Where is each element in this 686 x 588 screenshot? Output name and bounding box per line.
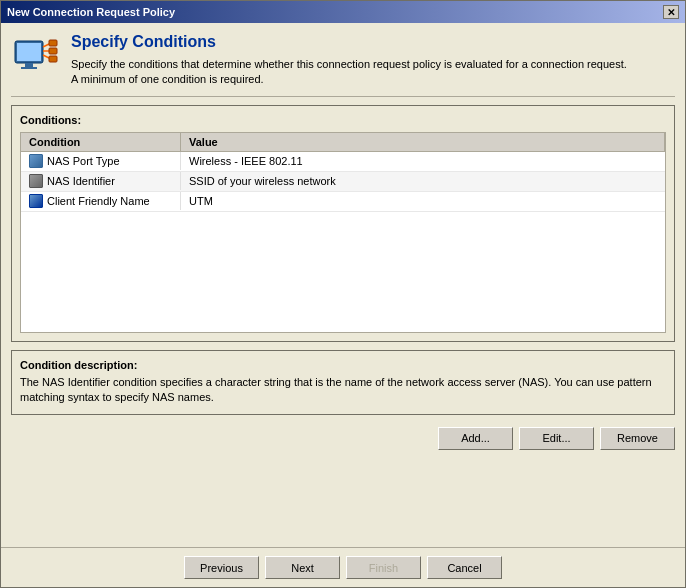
header-description: Specify the conditions that determine wh… — [71, 57, 627, 88]
header-text: Specify Conditions Specify the condition… — [71, 33, 627, 88]
svg-rect-1 — [17, 43, 41, 61]
remove-button[interactable]: Remove — [600, 427, 675, 450]
column-value: Value — [181, 133, 665, 151]
condition-cell-3: Client Friendly Name — [21, 192, 181, 210]
svg-rect-2 — [25, 63, 33, 67]
condition-cell-1: NAS Port Type — [21, 152, 181, 170]
add-button[interactable]: Add... — [438, 427, 513, 450]
description-text: The NAS Identifier condition specifies a… — [20, 375, 666, 406]
table-row[interactable]: NAS Identifier SSID of your wireless net… — [21, 172, 665, 192]
nas-id-icon — [29, 174, 43, 188]
bottom-buttons: Previous Next Finish Cancel — [1, 547, 685, 587]
finish-button[interactable]: Finish — [346, 556, 421, 579]
window-title: New Connection Request Policy — [7, 6, 175, 18]
previous-button[interactable]: Previous — [184, 556, 259, 579]
header-section: Specify Conditions Specify the condition… — [11, 33, 675, 97]
table-row[interactable]: Client Friendly Name UTM — [21, 192, 665, 212]
title-bar: New Connection Request Policy ✕ — [1, 1, 685, 23]
action-buttons: Add... Edit... Remove — [11, 427, 675, 450]
svg-rect-9 — [49, 56, 57, 62]
edit-button[interactable]: Edit... — [519, 427, 594, 450]
svg-rect-7 — [49, 40, 57, 46]
close-button[interactable]: ✕ — [663, 5, 679, 19]
column-condition: Condition — [21, 133, 181, 151]
cancel-button[interactable]: Cancel — [427, 556, 502, 579]
nas-port-icon — [29, 154, 43, 168]
condition-cell-2: NAS Identifier — [21, 172, 181, 190]
client-icon — [29, 194, 43, 208]
table-row[interactable]: NAS Port Type Wireless - IEEE 802.11 — [21, 152, 665, 172]
header-icon — [11, 33, 59, 81]
value-cell-3: UTM — [181, 193, 665, 209]
description-title: Condition description: — [20, 359, 666, 371]
page-title: Specify Conditions — [71, 33, 627, 51]
table-header: Condition Value — [21, 133, 665, 152]
main-window: New Connection Request Policy ✕ — [0, 0, 686, 588]
table-body: NAS Port Type Wireless - IEEE 802.11 NAS… — [21, 152, 665, 332]
value-cell-2: SSID of your wireless network — [181, 173, 665, 189]
conditions-table: Condition Value NAS Port Type Wireless -… — [20, 132, 666, 333]
svg-rect-3 — [21, 67, 37, 69]
svg-rect-8 — [49, 48, 57, 54]
next-button[interactable]: Next — [265, 556, 340, 579]
description-section: Condition description: The NAS Identifie… — [11, 350, 675, 415]
value-cell-1: Wireless - IEEE 802.11 — [181, 153, 665, 169]
conditions-group: Conditions: Condition Value NAS Port Typ… — [11, 105, 675, 342]
content-area: Specify Conditions Specify the condition… — [1, 23, 685, 547]
conditions-label: Conditions: — [20, 114, 666, 126]
